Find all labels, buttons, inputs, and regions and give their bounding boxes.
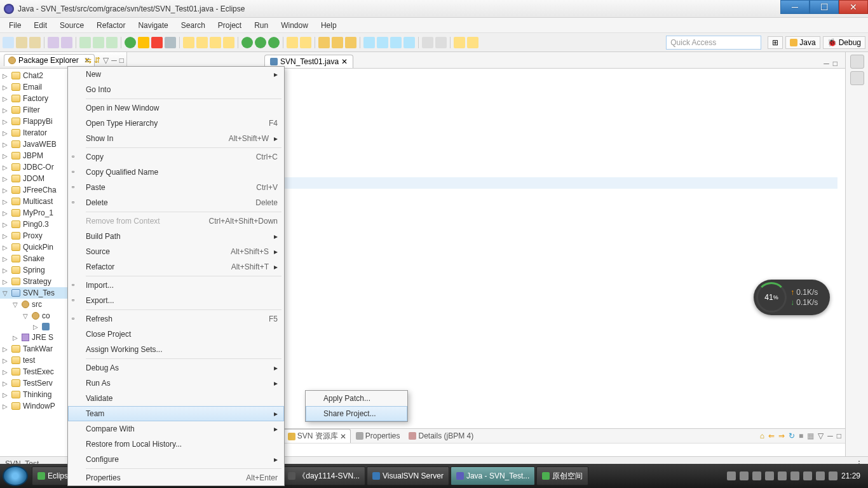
menu-item-copy[interactable]: ▫CopyCtrl+C (68, 149, 284, 165)
drop-frame-icon[interactable] (223, 37, 234, 48)
tray-icon[interactable] (752, 471, 761, 480)
taskbar-item[interactable]: Java - SVN_Test... (451, 466, 535, 485)
menu-item-team[interactable]: Team▸ (68, 406, 284, 421)
menu-item-delete[interactable]: ▫DeleteDelete (68, 195, 284, 210)
volume-icon[interactable] (829, 471, 837, 480)
tool-icon[interactable] (435, 37, 447, 48)
menu-search[interactable]: Search (175, 19, 212, 32)
taskbar-item[interactable]: VisualSVN Server (367, 466, 449, 485)
menu-navigate[interactable]: Navigate (132, 19, 174, 32)
tool-icon[interactable] (390, 37, 402, 48)
open-task-icon[interactable] (332, 37, 343, 48)
menu-item-copy-qualified-name[interactable]: ▫Copy Qualified Name (68, 165, 284, 180)
maximize-editor-icon[interactable]: □ (833, 59, 837, 68)
java-perspective-button[interactable]: Java (785, 36, 820, 49)
quick-access-input[interactable]: Quick Access (666, 36, 761, 50)
step-over-icon[interactable] (196, 37, 208, 48)
debug-icon[interactable] (241, 37, 253, 48)
menu-item-import-[interactable]: ▫Import... (68, 278, 284, 293)
details-tab[interactable]: Details (jBPM 4) (405, 430, 477, 442)
home-icon[interactable]: ⌂ (760, 431, 764, 440)
tray-icon[interactable] (727, 471, 736, 480)
maximize-view-icon[interactable]: □ (119, 56, 124, 65)
run-last-icon[interactable] (268, 37, 280, 48)
tool-icon[interactable] (106, 37, 118, 48)
refresh-icon[interactable]: ↻ (789, 431, 795, 440)
view-menu-icon[interactable]: ▽ (103, 56, 109, 65)
close-icon[interactable]: ✕ (340, 432, 346, 441)
menu-item-validate[interactable]: Validate (68, 391, 284, 406)
menu-source[interactable]: Source (53, 19, 90, 32)
package-explorer-tab[interactable]: Package Explorer ✕ (4, 54, 95, 66)
network-icon[interactable] (816, 471, 825, 480)
menu-item-source[interactable]: SourceAlt+Shift+S▸ (68, 244, 284, 259)
network-widget[interactable]: 41% 0.1K/s 0.1K/s (754, 280, 830, 315)
taskbar-item[interactable]: 《day1114-SVN... (282, 466, 365, 485)
menu-item-paste[interactable]: ▫PasteCtrl+V (68, 180, 284, 195)
tool-icon[interactable] (363, 37, 375, 48)
minimize-view-icon[interactable]: ─ (111, 56, 117, 65)
tool-icon[interactable] (403, 37, 415, 48)
close-icon[interactable]: ✕ (341, 57, 348, 66)
save-icon[interactable] (16, 37, 27, 48)
properties-tab[interactable]: Properties (352, 430, 404, 442)
menu-item-open-in-new-window[interactable]: Open in New Window (68, 100, 284, 116)
minimize-view-icon[interactable]: ─ (827, 431, 833, 440)
start-button[interactable] (3, 466, 28, 486)
stop-icon[interactable]: ■ (799, 431, 803, 440)
menu-item-export-[interactable]: ▫Export... (68, 293, 284, 308)
menu-item-build-path[interactable]: Build Path▸ (68, 229, 284, 244)
submenu-item-share-project-[interactable]: Share Project... (306, 406, 407, 421)
menu-item-refresh[interactable]: ▫RefreshF5 (68, 311, 284, 327)
forward-icon[interactable] (467, 37, 478, 48)
clock[interactable]: 21:29 (841, 471, 860, 480)
menu-item-debug-as[interactable]: Debug As▸ (68, 360, 284, 376)
menu-item-assign-working-sets-[interactable]: Assign Working Sets... (68, 342, 284, 357)
menu-item-close-project[interactable]: Close Project (68, 327, 284, 342)
task-list-icon[interactable] (850, 71, 864, 85)
maximize-view-icon[interactable]: □ (837, 431, 841, 440)
open-type-icon[interactable] (318, 37, 330, 48)
menu-help[interactable]: Help (315, 19, 343, 32)
menu-item-configure[interactable]: Configure▸ (68, 452, 284, 467)
menu-item-refactor[interactable]: RefactorAlt+Shift+T▸ (68, 259, 284, 274)
menu-item-open-type-hierarchy[interactable]: Open Type HierarchyF4 (68, 116, 284, 131)
save-all-icon[interactable] (29, 37, 41, 48)
link-editor-icon[interactable]: ⇵ (94, 56, 100, 65)
back-icon[interactable] (454, 37, 465, 48)
resume-icon[interactable] (125, 37, 136, 48)
step-return-icon[interactable] (210, 37, 221, 48)
menu-item-run-as[interactable]: Run As▸ (68, 376, 284, 391)
menu-item-show-in[interactable]: Show InAlt+Shift+W▸ (68, 131, 284, 146)
back-icon[interactable]: ⇐ (768, 431, 775, 440)
debug-perspective-button[interactable]: 🐞Debug (823, 36, 865, 49)
menu-item-go-into[interactable]: Go Into (68, 82, 284, 97)
stop-icon[interactable] (151, 37, 163, 48)
tray-icon[interactable] (740, 471, 749, 480)
collapse-all-icon[interactable]: ⇆ (85, 56, 92, 65)
submenu-item-apply-patch-[interactable]: Apply Patch... (306, 391, 407, 406)
minimize-button[interactable]: ─ (780, 0, 810, 14)
minimize-editor-icon[interactable]: ─ (824, 59, 829, 68)
new-class-icon[interactable] (300, 37, 311, 48)
menu-item-compare-with[interactable]: Compare With▸ (68, 421, 284, 437)
view-menu-icon[interactable]: ▽ (818, 431, 824, 440)
menu-item-properties[interactable]: PropertiesAlt+Enter (68, 470, 284, 485)
tray-icon[interactable] (803, 471, 812, 480)
tray-icon[interactable] (778, 471, 787, 480)
menu-item-restore-from-local-history-[interactable]: Restore from Local History... (68, 437, 284, 452)
maximize-button[interactable]: ☐ (810, 0, 839, 14)
new-icon[interactable] (3, 37, 14, 48)
menu-run[interactable]: Run (248, 19, 275, 32)
tool-icon[interactable] (61, 37, 72, 48)
step-into-icon[interactable] (183, 37, 194, 48)
tool-icon[interactable] (422, 37, 433, 48)
menu-edit[interactable]: Edit (27, 19, 53, 32)
new-package-icon[interactable] (287, 37, 298, 48)
tool-icon[interactable] (377, 37, 388, 48)
tool-icon[interactable] (93, 37, 104, 48)
close-button[interactable]: ✕ (839, 0, 868, 14)
menu-refactor[interactable]: Refactor (90, 19, 132, 32)
search-icon[interactable] (345, 37, 356, 48)
open-perspective-button[interactable]: ⊞ (768, 36, 783, 49)
